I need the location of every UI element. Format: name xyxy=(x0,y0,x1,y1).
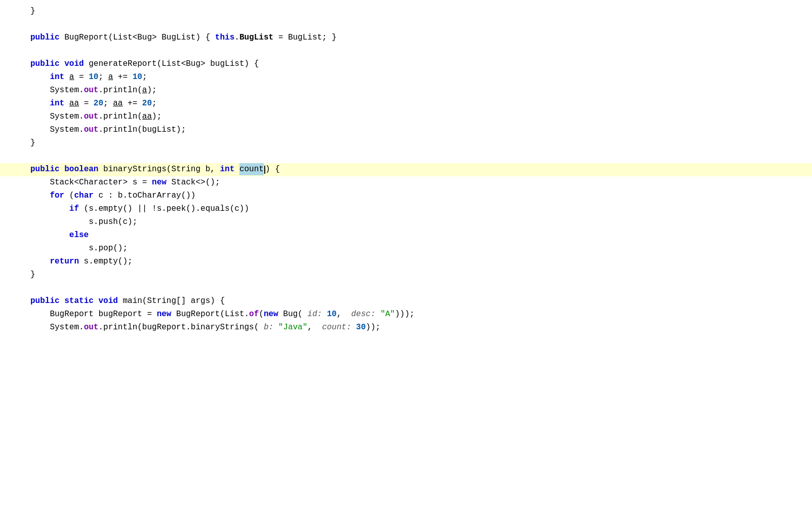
field-out-3: out xyxy=(84,124,99,136)
keyword-else: else xyxy=(69,229,89,241)
line-main-sig: public static void main(String[] args) { xyxy=(0,295,812,308)
line-return-stmt: return s.empty(); xyxy=(0,255,812,269)
keyword-new: new xyxy=(152,176,167,188)
keyword-this: this xyxy=(215,31,234,44)
label-desc: desc: xyxy=(351,308,376,320)
line-stack-init: Stack<Character> s = new Stack<>(); xyxy=(0,176,812,189)
keyword-void-2: void xyxy=(98,295,117,307)
label-count: count: xyxy=(322,321,351,333)
num-20: 20 xyxy=(94,97,103,109)
line-else-stmt: else xyxy=(0,229,812,242)
line-if-stmt: if (s.empty() || !s.peek().equals(c)) xyxy=(0,203,812,216)
line-close-brace: } xyxy=(0,5,812,18)
line-int-aa: int aa = 20; aa += 20; xyxy=(0,97,812,110)
line-blank-2 xyxy=(0,45,812,58)
field-out-4: out xyxy=(84,321,99,333)
keyword-for: for xyxy=(50,189,64,202)
keyword-void: void xyxy=(64,58,84,70)
line-println-binarystrings: System.out.println(bugReport.binaryStrin… xyxy=(0,321,812,334)
keyword-int-1: int xyxy=(50,71,64,83)
line-constructor: public BugReport(List<Bug> BugList) { th… xyxy=(0,31,812,45)
line-println-a: System.out.println(a); xyxy=(0,84,812,97)
field-out-1: out xyxy=(84,84,99,96)
text-cursor xyxy=(264,166,265,174)
num-20-2: 20 xyxy=(142,97,152,109)
keyword-static: static xyxy=(64,295,94,307)
keyword-return: return xyxy=(50,255,79,268)
num-10: 10 xyxy=(89,71,98,83)
line-blank-4 xyxy=(0,282,812,295)
keyword-int-3: int xyxy=(220,163,234,175)
var-a: a xyxy=(69,71,74,83)
line-for-loop: for (char c : b.toCharArray()) xyxy=(0,189,812,203)
var-a-2: a xyxy=(108,71,113,83)
var-a-3: a xyxy=(142,84,147,96)
keyword-if: if xyxy=(69,203,79,215)
line-println-buglist: System.out.println(bugList); xyxy=(0,124,812,137)
line-bugreport-init: BugReport bugReport = new BugReport(List… xyxy=(0,308,812,321)
num-id-10: 10 xyxy=(327,308,337,320)
var-aa-3: aa xyxy=(142,110,152,123)
label-b: b: xyxy=(264,321,273,333)
keyword-char: char xyxy=(74,189,93,202)
line-generate-report-sig: public void generateReport(List<Bug> bug… xyxy=(0,58,812,71)
line-blank-3 xyxy=(0,150,812,163)
line-int-a: int a = 10; a += 10; xyxy=(0,71,812,84)
code-text: } xyxy=(30,5,35,17)
keyword-int-2: int xyxy=(50,97,64,109)
str-a: "A" xyxy=(380,308,395,320)
line-push-stmt: s.push(c); xyxy=(0,216,812,229)
keyword-public-2: public xyxy=(30,58,60,70)
line-pop-stmt: s.pop(); xyxy=(0,242,812,255)
field-of: of xyxy=(249,308,259,320)
num-30: 30 xyxy=(356,321,366,333)
keyword-public-3: public xyxy=(30,163,60,175)
line-blank-1 xyxy=(0,18,812,31)
word-count: count xyxy=(239,163,264,175)
var-aa-2: aa xyxy=(113,97,123,109)
line-close-brace-3: } xyxy=(0,269,812,282)
code-content: } public BugReport(List<Bug> BugList) { … xyxy=(0,0,812,339)
field-out-2: out xyxy=(84,110,99,123)
num-10-2: 10 xyxy=(133,71,142,83)
line-println-aa: System.out.println(aa); xyxy=(0,110,812,124)
var-aa: aa xyxy=(69,97,79,109)
field-buglist: BugList xyxy=(239,31,273,44)
line-binary-strings-sig: public boolean binaryStrings(String b, i… xyxy=(0,163,812,176)
keyword-public-4: public xyxy=(30,295,60,307)
keyword-new-2: new xyxy=(157,308,172,320)
keyword-boolean: boolean xyxy=(64,163,98,175)
code-editor: } public BugReport(List<Bug> BugList) { … xyxy=(0,0,812,532)
keyword-new-3: new xyxy=(264,308,278,320)
label-id: id: xyxy=(307,308,322,320)
line-close-brace-2: } xyxy=(0,137,812,150)
keyword-public: public xyxy=(30,31,60,44)
str-java: "Java" xyxy=(278,321,308,333)
